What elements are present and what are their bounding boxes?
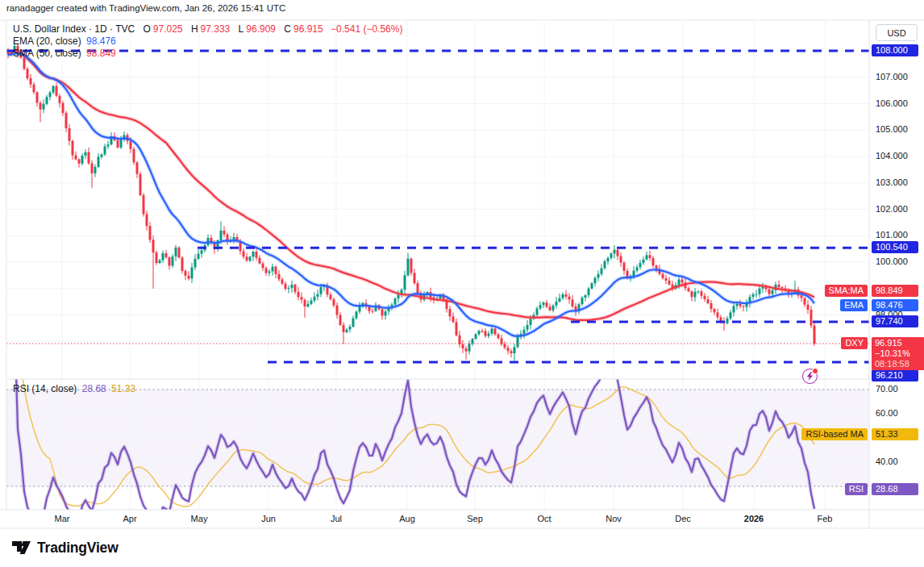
sma-legend-value: 98.849: [86, 48, 116, 59]
currency-toggle-button[interactable]: USD: [876, 24, 918, 41]
dxy-tag[interactable]: DXY: [841, 337, 868, 349]
open-value: 97.025: [153, 23, 183, 35]
time-axis-label: May: [191, 514, 208, 523]
time-axis-label: Aug: [399, 514, 415, 523]
time-axis-label: Nov: [606, 514, 622, 523]
sma-legend-label[interactable]: SMA (50, close): [13, 48, 81, 59]
dxy-price-chip[interactable]: 96.915−10.31%08:18:58: [872, 337, 924, 370]
price-tick-label: 101.000: [876, 230, 908, 240]
time-axis-label: 2026: [744, 514, 764, 523]
tradingview-footer-logo[interactable]: TradingView: [11, 539, 119, 557]
rsi-value-tag[interactable]: RSI: [845, 483, 868, 495]
rsi-ma-tag[interactable]: RSI-based MA: [801, 428, 868, 440]
price-tick-label: 105.000: [876, 124, 908, 134]
tradingview-chart-widget: ranadagger created with TradingView.com,…: [0, 0, 924, 567]
time-axis-label: Feb: [818, 514, 833, 523]
rsi-tick-label: 70.00: [876, 384, 898, 394]
time-axis-label: Sep: [467, 514, 483, 523]
attribution-header: ranadagger created with TradingView.com,…: [6, 3, 285, 13]
alert-lightning-icon[interactable]: [802, 369, 818, 384]
close-value: 96.915: [293, 23, 323, 35]
low-label: L: [239, 23, 244, 35]
price-tick-label: 104.000: [876, 151, 908, 161]
ema-legend-label[interactable]: EMA (20, close): [13, 35, 81, 47]
time-axis-label: Mar: [55, 514, 70, 523]
change-value: −0.541 (−0.56%): [331, 23, 402, 35]
level-price-chip[interactable]: 100.540: [872, 241, 918, 253]
ema-legend-row[interactable]: EMA (20, close) 98.476: [13, 35, 116, 47]
time-axis-label: Apr: [123, 514, 136, 523]
time-axis-label: Jul: [331, 514, 342, 523]
symbol-legend-row[interactable]: U.S. Dollar Index · 1D · TVC O97.025 H97…: [13, 23, 402, 35]
tradingview-logo-text: TradingView: [37, 540, 119, 557]
rsi-tick-label: 40.00: [876, 457, 898, 466]
rsi-legend-value: 28.68: [82, 383, 106, 394]
alert-notification-dot: [812, 368, 818, 374]
level-price-chip[interactable]: 108.000: [872, 44, 918, 56]
rsi-value-chip[interactable]: 28.68: [872, 483, 918, 495]
close-label: C: [284, 23, 291, 35]
price-tick-label: 107.000: [876, 72, 908, 81]
price-tick-label: 103.000: [876, 177, 908, 187]
symbol-title[interactable]: U.S. Dollar Index · 1D · TVC: [13, 23, 135, 35]
high-label: H: [191, 23, 198, 35]
rsi-legend-row[interactable]: RSI (14, close) 28.68 51.33: [13, 383, 135, 394]
chart-canvas[interactable]: [0, 0, 924, 567]
time-axis-label: Jun: [261, 514, 276, 523]
rsi-ma-chip[interactable]: 51.33: [872, 428, 918, 440]
sma-price-chip[interactable]: 98.849: [872, 285, 918, 297]
sma-legend-row[interactable]: SMA (50, close) 98.849: [13, 48, 116, 59]
level-price-chip[interactable]: 96.210: [872, 369, 918, 381]
sma-tag[interactable]: SMA:MA: [825, 285, 868, 297]
price-tick-label: 100.000: [876, 256, 908, 266]
open-label: O: [144, 23, 151, 35]
low-value: 96.909: [246, 23, 276, 35]
dxy-bar-countdown: 08:18:58: [875, 359, 922, 369]
high-value: 97.333: [201, 23, 231, 35]
price-tick-label: 106.000: [876, 98, 908, 108]
time-axis-label: Oct: [537, 514, 551, 523]
rsi-tick-label: 60.00: [876, 408, 898, 418]
dxy-last-price: 96.915: [875, 338, 922, 348]
ema-price-chip[interactable]: 98.476: [872, 299, 918, 311]
rsi-ma-legend-value: 51.33: [111, 383, 135, 394]
dxy-change-pct: −10.31%: [875, 348, 922, 359]
tradingview-logo-icon: [11, 539, 31, 557]
time-axis-label: Dec: [675, 514, 691, 523]
rsi-legend-label[interactable]: RSI (14, close): [13, 383, 77, 394]
level-price-chip[interactable]: 97.740: [872, 315, 918, 327]
ema-tag[interactable]: EMA: [840, 299, 868, 311]
ema-legend-value: 98.476: [86, 35, 116, 47]
price-tick-label: 102.000: [876, 204, 908, 214]
